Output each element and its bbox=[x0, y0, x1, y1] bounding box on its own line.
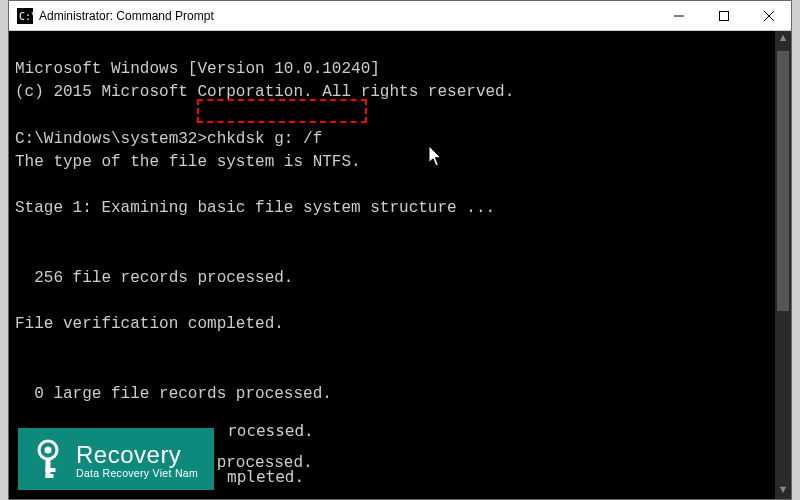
console-line-partial: rocessed. bbox=[227, 421, 314, 440]
maximize-button[interactable] bbox=[701, 1, 746, 30]
watermark-subtitle: Data Recovery Viet Nam bbox=[76, 467, 198, 479]
console-line: (c) 2015 Microsoft Corporation. All righ… bbox=[15, 83, 514, 101]
command-highlight bbox=[197, 99, 367, 123]
minimize-button[interactable] bbox=[656, 1, 701, 30]
scrollbar[interactable]: ▴ ▾ bbox=[775, 31, 791, 499]
console-line: Microsoft Windows [Version 10.0.10240] bbox=[15, 60, 380, 78]
svg-rect-3 bbox=[719, 11, 728, 20]
console-line-partial: mpleted. bbox=[227, 467, 304, 486]
scroll-down-icon[interactable]: ▾ bbox=[775, 483, 791, 499]
cmd-icon: C:\ bbox=[17, 8, 33, 24]
lock-key-icon bbox=[30, 438, 66, 482]
scroll-thumb[interactable] bbox=[777, 51, 789, 311]
svg-point-7 bbox=[45, 447, 52, 454]
watermark-text: Recovery Data Recovery Viet Nam bbox=[76, 441, 198, 479]
console-line: C:\Windows\system32>chkdsk g: /f bbox=[15, 130, 322, 148]
window-controls bbox=[656, 1, 791, 30]
console-line: 256 file records processed. bbox=[15, 269, 293, 287]
watermark-badge: Recovery Data Recovery Viet Nam bbox=[18, 428, 214, 490]
close-button[interactable] bbox=[746, 1, 791, 30]
titlebar[interactable]: C:\ Administrator: Command Prompt bbox=[9, 1, 791, 31]
console-line: File verification completed. bbox=[15, 315, 284, 333]
console-line: 0 large file records processed. bbox=[15, 385, 332, 403]
watermark-title: Recovery bbox=[76, 441, 198, 469]
window-title: Administrator: Command Prompt bbox=[39, 9, 656, 23]
mouse-cursor-icon bbox=[371, 123, 385, 143]
svg-text:C:\: C:\ bbox=[19, 11, 33, 22]
console-line: The type of the file system is NTFS. bbox=[15, 153, 361, 171]
console-line: Stage 1: Examining basic file system str… bbox=[15, 199, 495, 217]
svg-rect-9 bbox=[46, 468, 56, 472]
scroll-up-icon[interactable]: ▴ bbox=[775, 31, 791, 47]
command-prompt-window: C:\ Administrator: Command Prompt Micros… bbox=[8, 0, 792, 500]
svg-rect-10 bbox=[46, 474, 54, 478]
